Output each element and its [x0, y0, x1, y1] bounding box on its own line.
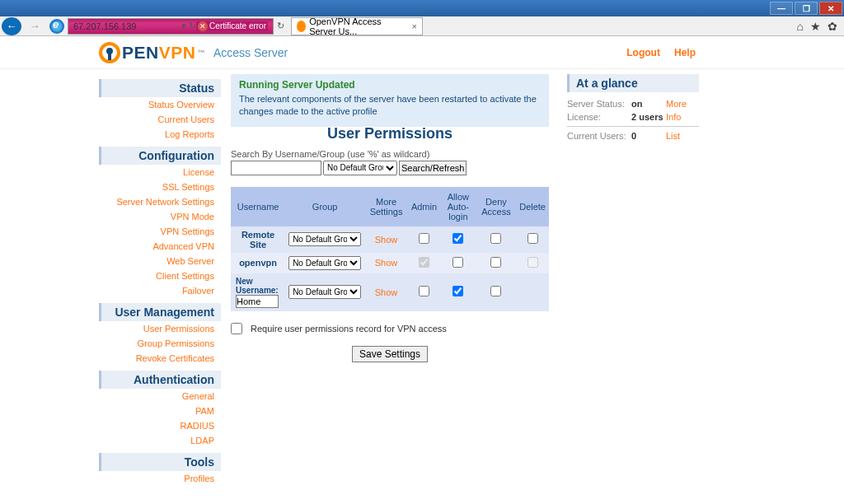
autologin-checkbox[interactable] — [452, 286, 463, 296]
deny-checkbox[interactable] — [490, 257, 501, 268]
maximize-button[interactable]: ❐ — [795, 2, 818, 15]
back-button[interactable]: ← — [2, 17, 21, 35]
show-link[interactable]: Show — [375, 235, 398, 245]
sidebar-item-ldap[interactable]: LDAP — [99, 433, 221, 448]
sidebar-item-pam[interactable]: PAM — [99, 404, 221, 418]
logout-link[interactable]: Logout — [626, 47, 660, 58]
new-username-label: New Username: — [236, 277, 282, 295]
favorites-icon[interactable]: ★ — [810, 20, 821, 33]
show-link[interactable]: Show — [375, 287, 398, 297]
sidebar-item-vpn-mode[interactable]: VPN Mode — [99, 209, 221, 224]
th-delete: Delete — [516, 187, 549, 226]
th-deny-access: Deny Access — [476, 187, 516, 226]
save-settings-button[interactable]: Save Settings — [352, 346, 428, 362]
window-titlebar: — ❐ ✕ — [0, 0, 844, 16]
th-auto-login: Allow Auto-login — [440, 187, 476, 226]
tab-favicon — [297, 21, 306, 32]
glance-link-list[interactable]: List — [666, 131, 680, 141]
deny-checkbox[interactable] — [490, 233, 501, 244]
sidebar-item-failover[interactable]: Failover — [99, 283, 221, 298]
glance-link-info[interactable]: Info — [666, 112, 681, 122]
glance-label: Current Users: — [567, 131, 631, 141]
search-refresh-button[interactable]: Search/Refresh — [399, 161, 467, 175]
group-select[interactable]: No Default Group — [288, 232, 361, 246]
delete-checkbox — [528, 257, 538, 268]
logo-keyhole-icon — [99, 42, 120, 63]
sidebar-item-advanced-vpn[interactable]: Advanced VPN — [99, 239, 221, 254]
th-admin: Admin — [408, 187, 440, 226]
sidebar-item-revoke-certificates[interactable]: Revoke Certificates — [99, 351, 221, 366]
alert-title: Running Server Updated — [239, 79, 541, 91]
admin-checkbox[interactable] — [419, 233, 429, 244]
search-label: Search By Username/Group (use '%' as wil… — [231, 149, 549, 159]
sidebar-item-current-users[interactable]: Current Users — [99, 112, 221, 127]
require-permissions-row: Require user permissions record for VPN … — [231, 323, 549, 334]
settings-icon[interactable]: ✿ — [828, 20, 837, 33]
group-select[interactable]: No Default Group — [288, 256, 361, 270]
glance-row: License: 2 users Info — [567, 110, 699, 124]
stop-icon[interactable]: ↻ — [277, 21, 284, 31]
close-button[interactable]: ✕ — [819, 2, 842, 15]
sidebar-section-tools: Tools — [99, 453, 221, 471]
forward-button[interactable]: → — [25, 17, 45, 35]
browser-tab[interactable]: OpenVPN Access Server Us... × — [291, 17, 423, 35]
delete-checkbox[interactable] — [528, 233, 538, 244]
dropdown-icon[interactable]: ▾ — [181, 21, 186, 31]
sidebar-item-user-permissions[interactable]: User Permissions — [99, 321, 221, 336]
show-link[interactable]: Show — [375, 258, 398, 268]
group-select[interactable]: No Default Group — [288, 285, 361, 299]
sidebar: Status Status Overview Current Users Log… — [0, 74, 221, 486]
require-permissions-checkbox[interactable] — [231, 323, 242, 334]
sidebar-item-server-network[interactable]: Server Network Settings — [99, 194, 221, 209]
username-cell: openvpn — [231, 253, 285, 273]
sidebar-section-configuration: Configuration — [99, 147, 221, 165]
certificate-error[interactable]: ✕ Certificate error — [196, 21, 268, 31]
home-icon[interactable]: ⌂ — [797, 20, 804, 33]
alert-body: The relevant components of the server ha… — [239, 93, 541, 119]
main-panel: Running Server Updated The relevant comp… — [221, 74, 559, 486]
sidebar-item-log-reports[interactable]: Log Reports — [99, 127, 221, 142]
address-bar[interactable]: 67.207.156.139 ▾ ↻ ✕ Certificate error — [68, 18, 274, 35]
refresh-icon[interactable]: ↻ — [189, 21, 196, 31]
th-username: Username — [231, 187, 285, 226]
glance-row: Server Status: on More — [567, 97, 699, 110]
glance-link-more[interactable]: More — [666, 99, 687, 109]
sidebar-item-license[interactable]: License — [99, 165, 221, 180]
header-links: Logout Help — [615, 47, 696, 58]
sidebar-section-status: Status — [99, 79, 221, 97]
table-row: openvpn No Default Group Show — [231, 253, 549, 273]
autologin-checkbox[interactable] — [452, 233, 463, 244]
sidebar-item-group-permissions[interactable]: Group Permissions — [99, 336, 221, 351]
sidebar-item-web-server[interactable]: Web Server — [99, 254, 221, 268]
glance-value: on — [631, 99, 666, 109]
glance-label: License: — [567, 112, 631, 122]
sidebar-item-ssl-settings[interactable]: SSL Settings — [99, 180, 221, 194]
sidebar-item-status-overview[interactable]: Status Overview — [99, 97, 221, 112]
access-server-label: Access Server — [213, 46, 288, 59]
address-text: 67.207.156.139 — [73, 21, 181, 31]
sidebar-item-profiles[interactable]: Profiles — [99, 471, 221, 486]
tab-close-icon[interactable]: × — [412, 21, 417, 31]
search-input[interactable] — [231, 161, 321, 175]
search-group-select[interactable]: No Default Group — [323, 161, 397, 175]
sidebar-item-general[interactable]: General — [99, 389, 221, 404]
sidebar-item-client-settings[interactable]: Client Settings — [99, 268, 221, 283]
table-row: Remote Site No Default Group Show — [231, 226, 549, 253]
admin-checkbox — [419, 257, 429, 268]
permissions-table: Username Group More Settings Admin Allow… — [231, 187, 549, 311]
new-username-input[interactable] — [236, 295, 279, 308]
glance-title: At a glance — [567, 74, 699, 92]
require-permissions-label: Require user permissions record for VPN … — [251, 324, 447, 334]
glance-label: Server Status: — [567, 99, 631, 109]
sidebar-item-radius[interactable]: RADIUS — [99, 418, 221, 433]
admin-checkbox[interactable] — [419, 286, 429, 296]
deny-checkbox[interactable] — [490, 286, 501, 296]
glance-value: 2 users — [631, 112, 666, 122]
autologin-checkbox[interactable] — [452, 257, 463, 268]
page-content: PENVPN™ Access Server Logout Help Status… — [0, 36, 844, 504]
sidebar-item-vpn-settings[interactable]: VPN Settings — [99, 224, 221, 239]
sidebar-section-authentication: Authentication — [99, 371, 221, 389]
help-link[interactable]: Help — [674, 47, 696, 58]
minimize-button[interactable]: — — [770, 2, 793, 15]
openvpn-logo: PENVPN™ — [99, 42, 205, 63]
